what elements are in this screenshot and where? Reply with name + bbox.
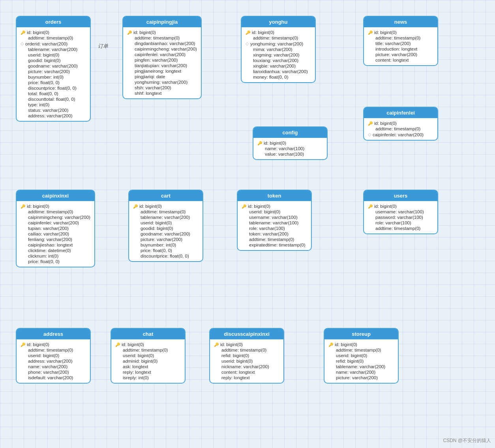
table-row: money: float(0, 0)	[246, 74, 311, 80]
table-row: adminid: bigint(0)	[115, 358, 181, 364]
field-label: addtime: timestamp(0)	[123, 348, 168, 352]
table-row: addtime: timestamp(0)	[214, 347, 279, 353]
field-label: orderid: varchar(200)	[25, 41, 68, 46]
field-label: buynumber: int(0)	[28, 75, 64, 79]
field-label: caipinmingcheng: varchar(200)	[135, 47, 197, 51]
field-label: shhf: longtext	[135, 91, 161, 96]
table-annotation: 订单	[98, 43, 108, 50]
key-icon: 🔑	[21, 343, 25, 347]
table-row: 🔑id: bigint(0)	[368, 30, 433, 35]
table-row: xingming: varchar(200)	[246, 52, 311, 58]
key-icon: 🔑	[242, 204, 246, 209]
field-label: tablename: varchar(200)	[141, 215, 190, 220]
table-row: token: varchar(200)	[242, 231, 307, 237]
field-label: price: float(0, 0)	[141, 248, 172, 253]
table-row: price: float(0, 0)	[21, 80, 86, 85]
table-row: goodname: varchar(200)	[21, 63, 86, 69]
table-row: dingdanbianhao: varchar(200)	[127, 41, 197, 46]
field-label: yonghuming: varchar(200)	[250, 41, 303, 46]
field-label: sfsh: varchar(200)	[135, 85, 171, 90]
table-row: addtime: timestamp(0)	[368, 126, 433, 132]
table-row: discountprice: float(0, 0)	[21, 85, 86, 91]
field-label: picture: varchar(200)	[141, 237, 182, 242]
table-row: mima: varchar(200)	[246, 47, 311, 52]
field-label: id: bigint(0)	[264, 141, 286, 145]
field-label: tupian: varchar(200)	[28, 226, 69, 231]
table-row: addtime: timestamp(0)	[246, 35, 311, 41]
table-header-cart: cart	[129, 190, 202, 201]
table-row: picture: varchar(200)	[21, 69, 86, 74]
table-row: 🔑id: bigint(0)	[246, 30, 311, 35]
table-row: username: varchar(100)	[242, 215, 307, 220]
table-row: username: varchar(100)	[368, 209, 433, 215]
field-label: type: int(0)	[28, 102, 49, 107]
key-icon: 🔑	[133, 204, 138, 209]
table-row: caipinfenlei: varchar(200)	[127, 52, 197, 57]
table-row: phone: varchar(200)	[21, 369, 86, 375]
table-row: discounttotal: float(0, 0)	[21, 96, 86, 102]
table-row: 🔑id: bigint(0)	[133, 203, 199, 209]
watermark: CSDN @不安分的猿人	[443, 437, 491, 444]
table-body-cart: 🔑id: bigint(0)addtime: timestamp(0)table…	[129, 201, 202, 261]
table-row: sfsh: varchar(200)	[127, 85, 197, 90]
key-icon: 🔑	[257, 141, 262, 145]
table-row: total: float(0, 0)	[21, 91, 86, 96]
key-icon: 🔑	[368, 30, 373, 35]
diamond-icon: ◇	[368, 132, 371, 137]
table-row: goodid: bigint(0)	[21, 58, 86, 63]
table-row: 🔑id: bigint(0)	[21, 30, 86, 35]
table-row: password: varchar(100)	[368, 215, 433, 220]
field-label: price: float(0, 0)	[28, 259, 60, 264]
table-row: ◇orderid: varchar(200)	[21, 41, 86, 47]
table-body-discusscaipinxinxi: 🔑id: bigint(0)addtime: timestamp(0)refid…	[210, 339, 283, 383]
table-row: cailiao: varchar(200)	[21, 231, 90, 237]
table-row: isreply: int(0)	[115, 375, 181, 380]
field-label: goodname: varchar(200)	[28, 64, 78, 68]
field-label: password: varchar(100)	[375, 215, 423, 220]
table-row: value: varchar(100)	[257, 151, 323, 157]
field-label: picture: varchar(200)	[28, 69, 70, 74]
field-label: adminid: bigint(0)	[123, 359, 158, 363]
table-config: config🔑id: bigint(0)name: varchar(100)va…	[253, 126, 328, 160]
diagram-canvas: orders🔑id: bigint(0)addtime: timestamp(0…	[8, 8, 487, 440]
table-header-yonghu: yonghu	[242, 17, 315, 27]
field-label: content: longtext	[375, 58, 409, 62]
table-row: name: varchar(200)	[21, 364, 86, 369]
table-body-orders: 🔑id: bigint(0)addtime: timestamp(0)◇orde…	[17, 27, 90, 121]
field-label: name: varchar(200)	[28, 364, 68, 369]
field-label: userid: bigint(0)	[141, 220, 172, 225]
table-caipinfenlei: caipinfenlei🔑id: bigint(0)addtime: times…	[363, 107, 438, 141]
field-label: pingjianeirong: longtext	[135, 69, 181, 73]
table-row: role: varchar(100)	[242, 226, 307, 231]
field-label: addtime: timestamp(0)	[28, 348, 73, 352]
diamond-icon: ◇	[246, 41, 249, 46]
table-row: picture: varchar(200)	[368, 52, 433, 57]
table-body-caipinfenlei: 🔑id: bigint(0)addtime: timestamp(0)◇caip…	[364, 118, 437, 140]
field-label: total: float(0, 0)	[28, 91, 58, 96]
field-label: expiratedtime: timestamp(0)	[249, 243, 306, 247]
field-label: reply: longtext	[221, 375, 250, 380]
field-label: addtime: timestamp(0)	[375, 226, 420, 231]
table-row: name: varchar(100)	[257, 146, 323, 151]
field-label: clicktime: datetime(0)	[28, 248, 71, 253]
table-row: buynumber: int(0)	[133, 242, 199, 248]
table-orders: orders🔑id: bigint(0)addtime: timestamp(0…	[16, 16, 91, 122]
field-label: userid: bigint(0)	[249, 209, 280, 214]
table-header-storeup: storeup	[324, 329, 398, 339]
table-row: 🔑id: bigint(0)	[127, 30, 197, 35]
field-label: xingbie: varchar(200)	[253, 64, 296, 68]
table-header-users: users	[364, 190, 437, 201]
table-header-orders: orders	[17, 17, 90, 27]
table-row: pingjiariqi: date	[127, 74, 197, 79]
field-label: caipinfenlei: varchar(200)	[135, 52, 186, 57]
field-label: address: varchar(200)	[28, 359, 73, 363]
table-body-yonghu: 🔑id: bigint(0)addtime: timestamp(0)◇yong…	[242, 27, 315, 82]
table-row: ask: longtext	[115, 364, 181, 369]
diamond-icon: ◇	[21, 41, 24, 46]
table-row: clicktime: datetime(0)	[21, 248, 90, 253]
table-row: content: longtext	[214, 369, 279, 375]
table-row: lianxidianhua: varchar(200)	[246, 69, 311, 74]
table-header-config: config	[253, 127, 327, 138]
table-chat: chat🔑id: bigint(0)addtime: timestamp(0)u…	[111, 328, 186, 384]
table-row: pingfen: varchar(200)	[127, 57, 197, 63]
